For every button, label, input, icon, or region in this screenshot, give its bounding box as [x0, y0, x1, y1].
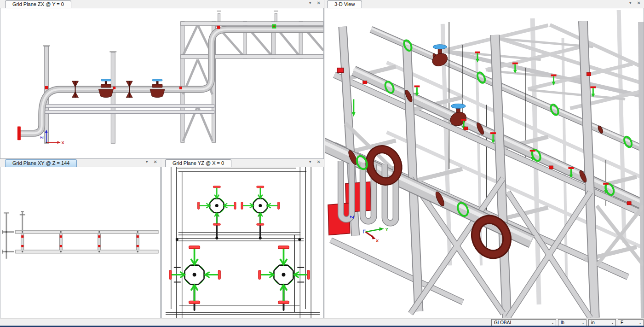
panel-menu-icon[interactable]: ▼ [145, 160, 149, 164]
panel-menu-icon[interactable]: ▼ [309, 1, 312, 5]
axis-x-label: X [62, 140, 64, 145]
panel-close-icon[interactable]: ✕ [154, 159, 157, 164]
panel-menu-icon[interactable]: ▼ [629, 1, 632, 5]
pipe-section-upper-left [198, 186, 236, 239]
chevron-down-icon: ⌄ [611, 321, 614, 325]
panel-close-icon[interactable]: ✕ [637, 0, 641, 6]
tab-grid-plane-zx[interactable]: Grid Plane ZX @ Y = 0 [5, 0, 71, 8]
tab-grid-plane-xy[interactable]: Grid Plane XY @ Z = 144 [5, 159, 77, 167]
node-markers [21, 235, 139, 247]
viewport-panel-3d: 3-D View ▼ ✕ [325, 0, 644, 318]
viewport-canvas-xy[interactable] [0, 167, 161, 318]
force-unit-dropdown[interactable]: lb ⌄ [558, 319, 586, 326]
plan-frame [2, 211, 158, 258]
axis-z-label: Z [40, 136, 44, 139]
tab-grid-plane-yz[interactable]: Grid Plane YZ @ X = 0 [165, 159, 231, 167]
viewport-panel-xy: Grid Plane XY @ Z = 144 ▼ ✕ [0, 159, 161, 318]
status-bar: GLOBAL ⌄ lb ⌄ in ⌄ F ⌄ [0, 318, 644, 326]
application-window: Grid Plane ZX @ Y = 0 ▼ ✕ [0, 0, 644, 327]
viewport-canvas-yz[interactable] [161, 167, 324, 318]
pipe-section-upper-right [241, 186, 280, 239]
anchor-flange [17, 126, 21, 140]
axis-y-label: Y [385, 227, 389, 232]
pipe-section-lower-right [259, 246, 310, 310]
viewport-header-3d: 3-D View ▼ ✕ [325, 0, 644, 8]
pipe-run [17, 29, 323, 140]
panel-menu-icon[interactable]: ▼ [309, 160, 312, 164]
temperature-unit-dropdown[interactable]: F ⌄ [618, 319, 644, 326]
section-wireframe [166, 167, 320, 318]
axis-z-label: Z [349, 216, 355, 219]
viewport-panel-yz: Grid Plane YZ @ X = 0 ▼ ✕ [161, 159, 324, 318]
axis-x-label: X [376, 238, 379, 243]
panel-close-icon[interactable]: ✕ [317, 0, 321, 6]
viewport-canvas-3d[interactable]: Y X Z [325, 8, 644, 318]
tab-3d-view[interactable]: 3-D View [327, 0, 362, 8]
pipe-section-lower-left [169, 246, 220, 310]
coordinate-system-dropdown[interactable]: GLOBAL ⌄ [491, 319, 556, 326]
viewport-header-zx: Grid Plane ZX @ Y = 0 ▼ ✕ [0, 0, 324, 8]
top-frame [443, 25, 644, 108]
temperature-unit-value: F [621, 320, 623, 325]
viewport-panel-zx: Grid Plane ZX @ Y = 0 ▼ ✕ [0, 0, 324, 159]
panel-close-icon[interactable]: ✕ [317, 159, 321, 164]
coordinate-system-value: GLOBAL [494, 320, 512, 325]
viewport-canvas-zx[interactable]: Z X [0, 8, 324, 159]
length-unit-value: in [591, 320, 595, 325]
chevron-down-icon: ⌄ [551, 321, 554, 325]
viewport-header-yz: Grid Plane YZ @ X = 0 ▼ ✕ [161, 159, 324, 167]
viewport-header-xy: Grid Plane XY @ Z = 144 ▼ ✕ [0, 159, 161, 167]
length-unit-dropdown[interactable]: in ⌄ [588, 319, 616, 326]
chevron-down-icon: ⌄ [581, 321, 585, 325]
force-unit-value: lb [561, 320, 564, 325]
handwheel [433, 45, 447, 49]
handwheel [451, 104, 466, 108]
chevron-down-icon: ⌄ [638, 321, 642, 325]
